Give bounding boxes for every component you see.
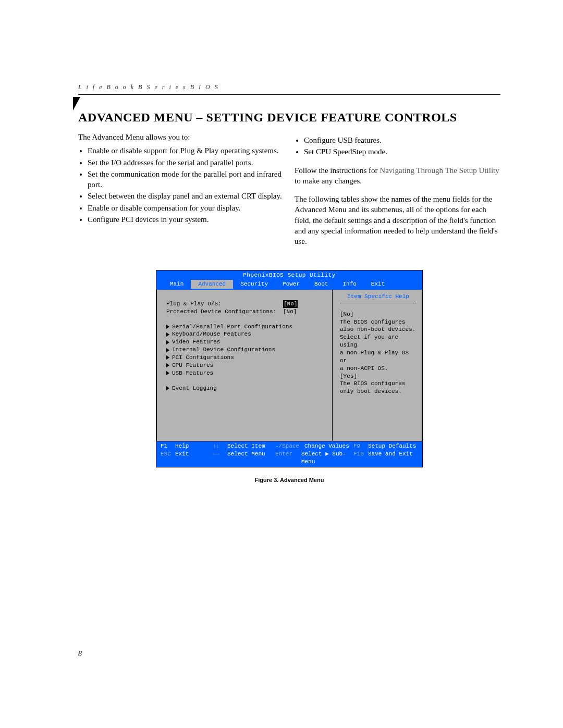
footer-label: Change Values bbox=[304, 442, 349, 450]
list-item: Configure PCI devices in your system. bbox=[88, 214, 284, 225]
triangle-icon bbox=[166, 363, 169, 367]
bios-field-row[interactable]: Plug & Play O/S: [No] bbox=[166, 300, 328, 308]
page-title: ADVANCED MENU – SETTING DEVICE FEATURE C… bbox=[78, 110, 500, 125]
bios-left-pane: Plug & Play O/S: [No] Protected Device C… bbox=[157, 290, 333, 441]
footer-label: Save and Exit bbox=[368, 450, 413, 466]
bios-submenu[interactable]: Internal Device Configurations bbox=[166, 346, 328, 354]
bios-field-value[interactable]: [No] bbox=[283, 308, 297, 316]
right-para-2: The following tables show the names of t… bbox=[295, 194, 500, 246]
bios-submenu[interactable]: Keyboard/Mouse Features bbox=[166, 330, 328, 338]
right-bullets: Configure USB features. Set CPU SpeedSte… bbox=[295, 135, 500, 157]
corner-flag-icon bbox=[73, 97, 80, 110]
footer-key: ←→ bbox=[213, 450, 227, 466]
list-item: Enable or disable support for Plug & Pla… bbox=[88, 145, 284, 156]
bios-submenu-label: Serial/Parallel Port Configurations bbox=[172, 323, 292, 331]
help-line: Select if you are using bbox=[340, 334, 417, 349]
header-rule bbox=[78, 94, 500, 95]
bios-tab-power[interactable]: Power bbox=[275, 280, 307, 289]
nav-link: Navigating Through The Setup Utility bbox=[380, 166, 499, 175]
bios-help-title: Item Specific Help bbox=[340, 293, 417, 301]
left-column: The Advanced Menu allows you to: Enable … bbox=[78, 132, 284, 254]
bios-help-pane: Item Specific Help [No] The BIOS configu… bbox=[333, 290, 422, 441]
bios-help-text: [No] The BIOS configures also non-boot d… bbox=[340, 311, 417, 396]
footer-label: Select Item bbox=[227, 442, 265, 450]
bios-submenu-label: PCI Configurations bbox=[172, 354, 234, 362]
left-bullets: Enable or disable support for Plug & Pla… bbox=[78, 145, 284, 225]
bios-tab-main[interactable]: Main bbox=[163, 280, 191, 289]
body-columns: The Advanced Menu allows you to: Enable … bbox=[78, 132, 500, 254]
bios-submenu[interactable]: Video Features bbox=[166, 338, 328, 346]
triangle-icon bbox=[166, 348, 169, 352]
right-para-1: Follow the instructions for Navigating T… bbox=[295, 165, 500, 187]
footer-key: F1 bbox=[161, 442, 175, 450]
bios-submenu-label: CPU Features bbox=[172, 362, 213, 369]
bios-field-label: Plug & Play O/S: bbox=[166, 300, 281, 308]
footer-label: Exit bbox=[175, 450, 189, 466]
bios-submenu[interactable]: CPU Features bbox=[166, 362, 328, 369]
footer-label: Help bbox=[175, 442, 189, 450]
bios-field-label: Protected Device Configurations: bbox=[166, 308, 281, 316]
bios-tab-security[interactable]: Security bbox=[233, 280, 275, 289]
bios-tab-exit[interactable]: Exit bbox=[364, 280, 392, 289]
help-line: The BIOS configures bbox=[340, 318, 417, 326]
triangle-icon bbox=[166, 325, 169, 329]
help-line: a non-Plug & Play OS or bbox=[340, 349, 417, 365]
text: to make any changes. bbox=[295, 177, 362, 185]
bios-tab-info[interactable]: Info bbox=[335, 280, 363, 289]
divider bbox=[340, 303, 417, 303]
bios-field-value-selected[interactable]: [No] bbox=[283, 300, 298, 308]
bios-tab-boot[interactable]: Boot bbox=[307, 280, 335, 289]
footer-key: ESC bbox=[161, 450, 175, 466]
bios-tabs: Main Advanced Security Power Boot Info E… bbox=[156, 280, 422, 290]
right-column: Configure USB features. Set CPU SpeedSte… bbox=[295, 132, 500, 254]
help-line: The BIOS configures bbox=[340, 380, 417, 388]
bios-screenshot: PhoenixBIOS Setup Utility Main Advanced … bbox=[156, 270, 423, 467]
bios-submenu[interactable]: Event Logging bbox=[166, 385, 328, 392]
list-item: Configure USB features. bbox=[304, 135, 500, 145]
bios-tab-advanced[interactable]: Advanced bbox=[191, 280, 233, 289]
bios-submenu-label: Internal Device Configurations bbox=[172, 346, 275, 354]
footer-key: -/Space bbox=[275, 442, 304, 450]
list-item: Set CPU SpeedStep mode. bbox=[304, 146, 500, 157]
footer-key: ↑↓ bbox=[213, 442, 227, 450]
triangle-icon bbox=[166, 371, 169, 375]
footer-key: Enter bbox=[275, 450, 301, 466]
help-line: [Yes] bbox=[340, 373, 417, 380]
list-item: Set the I/O addresses for the serial and… bbox=[88, 157, 284, 168]
triangle-icon bbox=[166, 386, 169, 390]
text: Follow the instructions for bbox=[295, 166, 380, 175]
footer-key: F9 bbox=[353, 442, 368, 450]
bios-footer: F1Help ↑↓Select Item -/SpaceChange Value… bbox=[156, 441, 422, 467]
page-number: 8 bbox=[78, 650, 500, 658]
footer-key: F10 bbox=[353, 450, 368, 466]
bios-submenu-label: USB Features bbox=[172, 369, 213, 377]
bios-submenu-label: Video Features bbox=[172, 338, 220, 346]
bios-submenu-label: Keyboard/Mouse Features bbox=[172, 330, 251, 338]
footer-label: Select Menu bbox=[227, 450, 265, 466]
help-line: only boot devices. bbox=[340, 388, 417, 396]
bios-submenu[interactable]: PCI Configurations bbox=[166, 354, 328, 362]
help-line: a non-ACPI OS. bbox=[340, 365, 417, 373]
help-line: also non-boot devices. bbox=[340, 326, 417, 334]
running-head: L i f e B o o k B S e r i e s B I O S bbox=[78, 83, 500, 91]
footer-label: Setup Defaults bbox=[368, 442, 416, 450]
bios-submenu[interactable]: USB Features bbox=[166, 369, 328, 377]
footer-label: Select ▶ Sub-Menu bbox=[301, 450, 353, 466]
figure-caption: Figure 3. Advanced Menu bbox=[78, 477, 500, 483]
list-item: Enable or disable compensation for your … bbox=[88, 203, 284, 213]
triangle-icon bbox=[166, 332, 169, 337]
help-line: [No] bbox=[340, 311, 417, 318]
left-intro: The Advanced Menu allows you to: bbox=[78, 132, 284, 142]
triangle-icon bbox=[166, 355, 169, 360]
triangle-icon bbox=[166, 340, 169, 344]
bios-field-row[interactable]: Protected Device Configurations: [No] bbox=[166, 308, 328, 316]
bios-submenu[interactable]: Serial/Parallel Port Configurations bbox=[166, 323, 328, 331]
bios-submenu-label: Event Logging bbox=[172, 385, 217, 392]
bios-title: PhoenixBIOS Setup Utility bbox=[156, 270, 422, 280]
list-item: Set the communication mode for the paral… bbox=[88, 169, 284, 190]
list-item: Select between the display panel and an … bbox=[88, 191, 284, 201]
